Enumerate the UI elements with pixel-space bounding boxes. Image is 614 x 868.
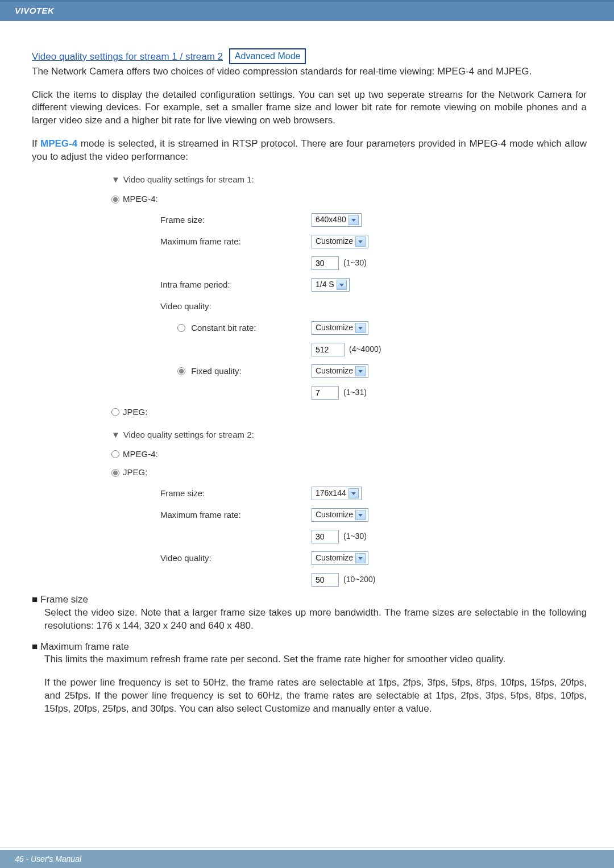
max-frame-rate-input[interactable] (312, 256, 339, 270)
video-quality-row: Video quality: (160, 298, 475, 314)
collapse-icon: ▼ (111, 430, 120, 439)
fixed-quality-custom-row: (1~31) (177, 385, 475, 401)
frame-size-select[interactable]: 640x480 (312, 213, 362, 227)
advanced-mode-badge: Advanced Mode (229, 48, 306, 64)
chevron-down-icon (355, 553, 366, 563)
s2-max-rate-row: Maximum frame rate: Customize (160, 507, 475, 523)
fixed-quality-input[interactable] (312, 386, 339, 400)
intra-frame-label: Intra frame period: (160, 279, 312, 290)
fixed-quality-select[interactable]: Customize (312, 364, 368, 378)
max-rate-heading: Maximum frame rate (40, 641, 129, 652)
video-quality-label: Video quality: (160, 301, 312, 312)
fixed-quality-row: Fixed quality: Customize (177, 363, 475, 379)
fixed-quality-radio[interactable] (177, 367, 185, 375)
frame-size-heading: Frame size (40, 594, 88, 605)
cbr-label: Constant bit rate: (191, 323, 256, 333)
stream2-title[interactable]: ▼Video quality settings for stream 2: (111, 429, 475, 441)
mpeg4-radio-label: MPEG-4: (123, 193, 158, 205)
collapse-icon: ▼ (111, 175, 120, 184)
main-content: Video quality settings for stream 1 / st… (0, 21, 614, 735)
cbr-select[interactable]: Customize (312, 321, 368, 335)
vq-settings-link[interactable]: Video quality settings for stream 1 / st… (32, 51, 223, 62)
footer-divider (0, 847, 614, 848)
chevron-down-icon (355, 323, 366, 333)
max-rate-text: This limits the maximum refresh frame ra… (44, 653, 587, 666)
cbr-radio[interactable] (177, 324, 185, 332)
mpeg4-radio-s2[interactable] (111, 450, 119, 458)
jpeg-radio-label-s2: JPEG: (123, 467, 147, 478)
intro-paragraph-1: The Network Camera offers two choices of… (32, 65, 587, 78)
cbr-row: Constant bit rate: Customize (177, 320, 475, 336)
intra-frame-select[interactable]: 1/4 S (312, 278, 350, 292)
intro-paragraph-3: If MPEG-4 mode is selected, it is stream… (32, 138, 587, 164)
max-frame-rate-custom-row: (1~30) (160, 255, 475, 271)
s2-video-quality-input[interactable] (312, 573, 339, 587)
max-frame-rate-row: Maximum frame rate: Customize (160, 234, 475, 250)
s2-max-rate-select[interactable]: Customize (312, 508, 368, 522)
s2-max-rate-custom-row: (1~30) (160, 529, 475, 545)
chevron-down-icon (355, 366, 366, 376)
chevron-down-icon (355, 510, 366, 520)
settings-panel: ▼Video quality settings for stream 1: MP… (111, 174, 475, 588)
jpeg-radio-row-s1[interactable]: JPEG: (111, 406, 475, 418)
max-rate-explain: ■ Maximum frame rate This limits the max… (32, 641, 587, 716)
cbr-range: (4~4000) (349, 344, 381, 355)
cbr-input[interactable] (312, 343, 345, 356)
mpeg4-radio-label-s2: MPEG-4: (123, 448, 158, 460)
intra-frame-row: Intra frame period: 1/4 S (160, 277, 475, 293)
max-frame-rate-select[interactable]: Customize (312, 235, 368, 248)
s2-video-quality-select[interactable]: Customize (312, 551, 368, 565)
mpeg4-radio-row[interactable]: MPEG-4: (111, 193, 475, 205)
s2-frame-size-select[interactable]: 176x144 (312, 487, 362, 500)
fixed-quality-range: (1~31) (343, 387, 367, 398)
frame-size-text: Select the video size. Note that a large… (44, 607, 587, 633)
jpeg-radio-row-s2[interactable]: JPEG: (111, 467, 475, 478)
jpeg-radio-s2[interactable] (111, 469, 119, 477)
s2-video-quality-row: Video quality: Customize (160, 550, 475, 566)
s2-video-quality-range: (10~200) (343, 574, 375, 585)
page-footer: 46 - User's Manual (0, 850, 614, 868)
chevron-down-icon (349, 488, 359, 499)
jpeg-radio-s1[interactable] (111, 408, 119, 416)
max-rate-text-2: If the power line frequency is set to 50… (44, 676, 587, 716)
brand-header: VIVOTEK (0, 0, 614, 21)
section-heading-line: Video quality settings for stream 1 / st… (32, 48, 587, 64)
s2-max-rate-input[interactable] (312, 530, 339, 543)
frame-size-explain: ■ Frame size Select the video size. Note… (32, 593, 587, 633)
s2-max-rate-range: (1~30) (343, 531, 367, 542)
s2-video-quality-label: Video quality: (160, 553, 312, 564)
max-frame-rate-label: Maximum frame rate: (160, 236, 312, 247)
stream1-title[interactable]: ▼Video quality settings for stream 1: (111, 174, 475, 185)
max-frame-rate-range: (1~30) (343, 258, 367, 268)
chevron-down-icon (337, 280, 347, 290)
mpeg4-mode-label: MPEG-4 (40, 138, 77, 149)
jpeg-radio-label-s1: JPEG: (123, 406, 147, 418)
chevron-down-icon (349, 215, 359, 225)
cbr-custom-row: (4~4000) (177, 342, 475, 358)
frame-size-row: Frame size: 640x480 (160, 212, 475, 228)
mpeg4-radio[interactable] (111, 196, 119, 203)
s2-frame-size-label: Frame size: (160, 488, 312, 499)
s2-video-quality-custom-row: (10~200) (160, 572, 475, 588)
frame-size-label: Frame size: (160, 214, 312, 226)
fixed-quality-label: Fixed quality: (191, 366, 241, 376)
mpeg4-radio-row-s2[interactable]: MPEG-4: (111, 448, 475, 460)
chevron-down-icon (355, 236, 366, 247)
s2-frame-size-row: Frame size: 176x144 (160, 485, 475, 501)
s2-max-rate-label: Maximum frame rate: (160, 509, 312, 521)
intro-paragraph-2: Click the items to display the detailed … (32, 89, 587, 128)
